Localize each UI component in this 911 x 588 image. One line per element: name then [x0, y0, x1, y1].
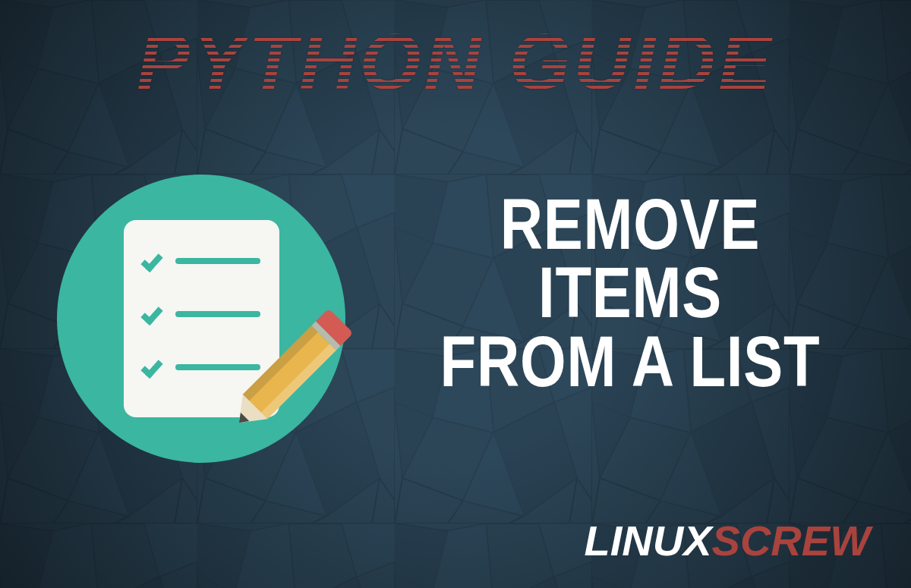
site-logo: LINUXSCREW: [585, 520, 870, 562]
logo-part-1: LINUX: [585, 517, 712, 564]
headline-line-2: FROM A LIST: [424, 327, 835, 395]
check-icon: [140, 356, 162, 379]
check-icon: [140, 250, 162, 272]
list-line: [175, 258, 260, 264]
article-headline: REMOVE ITEMS FROM A LIST: [380, 190, 881, 395]
category-title-text: PYTHON GUIDE: [137, 17, 774, 105]
checklist-icon: [57, 175, 345, 463]
logo-part-2: SCREW: [712, 517, 870, 564]
list-line: [175, 311, 260, 317]
list-line: [175, 364, 260, 370]
category-title: PYTHON GUIDE: [137, 17, 774, 107]
headline-line-1: REMOVE ITEMS: [424, 190, 835, 327]
check-icon: [140, 303, 162, 325]
